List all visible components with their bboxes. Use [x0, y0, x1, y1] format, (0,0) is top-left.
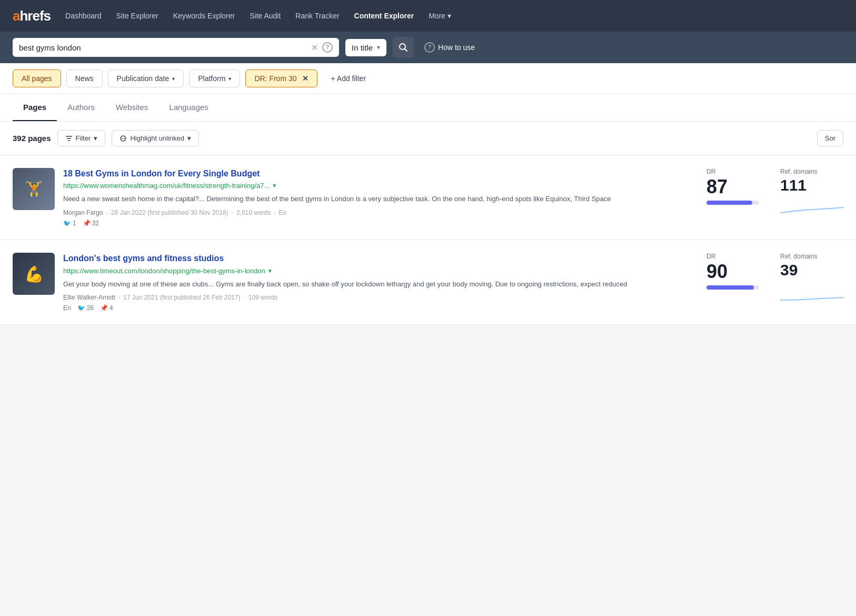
result-main: 18 Best Gyms in London for Every Single … — [63, 168, 698, 227]
chevron-down-icon: ▾ — [447, 12, 451, 20]
platform-filter[interactable]: Platform ▾ — [189, 69, 240, 87]
dr-label: DR — [706, 168, 715, 175]
twitter-icon: 🐦 — [63, 220, 71, 227]
result-words: 2,610 words — [236, 209, 271, 216]
how-to-use-link[interactable]: ? How to use — [424, 42, 475, 53]
result-description: Get your body moving at one of these ace… — [63, 279, 698, 290]
tab-authors[interactable]: Authors — [57, 94, 105, 121]
chevron-down-icon: ▾ — [172, 76, 175, 82]
language-badge: En — [63, 304, 71, 312]
remove-dr-filter-button[interactable]: ✕ — [302, 74, 308, 83]
ref-domains-chart — [780, 197, 843, 218]
pinterest-count: 📌 32 — [83, 220, 99, 227]
chevron-down-icon: ▾ — [94, 134, 97, 142]
dr-stat: DR 87 — [706, 168, 759, 218]
nav-site-audit[interactable]: Site Audit — [250, 12, 281, 20]
result-social: 🐦 1 📌 32 — [63, 220, 698, 227]
nav-content-explorer[interactable]: Content Explorer — [354, 12, 414, 20]
ref-domains-chart — [780, 282, 843, 303]
tab-languages[interactable]: Languages — [158, 94, 218, 121]
ref-domains-stat: Ref. domains 111 — [780, 168, 843, 218]
dr-stat: DR 90 — [706, 253, 759, 303]
result-title[interactable]: 18 Best Gyms in London for Every Single … — [63, 168, 698, 180]
pinterest-count: 📌 4 — [100, 304, 113, 312]
result-thumbnail: 🏋️ — [13, 168, 55, 210]
nav-rank-tracker[interactable]: Rank Tracker — [295, 12, 339, 20]
dr-bar — [706, 201, 752, 205]
result-url[interactable]: https://www.timeout.com/london/shopping/… — [63, 267, 698, 275]
result-language: En — [279, 209, 287, 216]
nav-dashboard[interactable]: Dashboard — [65, 12, 102, 20]
logo[interactable]: ahrefs — [13, 8, 51, 24]
filters-bar: All pages News Publication date ▾ Platfo… — [0, 63, 856, 94]
ref-domains-label: Ref. domains — [780, 253, 818, 260]
url-arrow-icon: ▼ — [267, 268, 273, 274]
add-filter-button[interactable]: + Add filter — [323, 70, 375, 87]
logo-a: a — [13, 8, 19, 24]
result-stats: DR 87 Ref. domains 111 — [706, 168, 843, 218]
twitter-icon: 🐦 — [77, 304, 85, 312]
result-social: En 🐦 26 📌 4 — [63, 304, 698, 312]
twitter-count: 🐦 1 — [63, 220, 76, 227]
nav-more[interactable]: More ▾ — [429, 12, 451, 20]
main-content: Pages Authors Websites Languages 392 pag… — [0, 94, 856, 325]
tab-websites[interactable]: Websites — [105, 94, 158, 121]
filter-icon — [65, 135, 73, 142]
nav-keywords-explorer[interactable]: Keywords Explorer — [173, 12, 235, 20]
help-icon: ? — [424, 42, 435, 53]
pinterest-icon: 📌 — [100, 304, 108, 312]
result-title[interactable]: London's best gyms and fitness studios — [63, 253, 698, 264]
clear-search-button[interactable]: ✕ — [311, 43, 318, 53]
ref-domains-value: 39 — [780, 261, 798, 279]
dr-label: DR — [706, 253, 715, 260]
results-header: 392 pages Filter ▾ Highlight unlinked ▾ … — [0, 122, 856, 155]
logo-hrefs: hrefs — [19, 8, 51, 24]
sort-button[interactable]: Sor — [817, 130, 843, 146]
dr-bar-wrapper — [706, 201, 759, 205]
ref-domains-label: Ref. domains — [780, 168, 818, 175]
search-help-icon[interactable]: ? — [322, 42, 333, 53]
result-description: Need a new sweat sesh home in the capita… — [63, 194, 698, 205]
ref-domains-value: 111 — [780, 176, 807, 194]
result-date: 28 Jan 2022 (first published 30 Nov 2018… — [111, 209, 228, 216]
filter-button[interactable]: Filter ▾ — [57, 130, 106, 146]
dr-bar-wrapper — [706, 285, 759, 290]
result-url[interactable]: https://www.womenshealthmag.com/uk/fitne… — [63, 182, 698, 190]
dr-value: 87 — [706, 176, 728, 197]
result-thumbnail: 💪 — [13, 253, 55, 295]
chevron-down-icon: ▾ — [187, 134, 191, 142]
url-arrow-icon: ▼ — [272, 183, 277, 188]
results-count: 392 pages — [13, 134, 51, 143]
pinterest-icon: 📌 — [83, 220, 91, 227]
tabs: Pages Authors Websites Languages — [0, 94, 856, 122]
chevron-down-icon: ▾ — [228, 76, 231, 82]
result-author: Ellie Walker-Arnott — [63, 294, 115, 301]
search-input-wrapper: ✕ ? — [13, 38, 339, 57]
list-item: 🏋️ 18 Best Gyms in London for Every Sing… — [0, 155, 856, 240]
highlight-icon — [120, 135, 127, 142]
search-input[interactable] — [19, 43, 307, 52]
list-item: 💪 London's best gyms and fitness studios… — [0, 240, 856, 325]
result-words: 109 words — [248, 294, 277, 301]
result-stats: DR 90 Ref. domains 39 — [706, 253, 843, 303]
svg-point-5 — [121, 136, 126, 141]
result-meta: Morgan Fargo · 28 Jan 2022 (first publis… — [63, 209, 698, 216]
search-type-dropdown[interactable]: In title ▾ — [345, 39, 386, 56]
twitter-count: 🐦 26 — [77, 304, 94, 312]
result-main: London's best gyms and fitness studios h… — [63, 253, 698, 312]
result-author: Morgan Fargo — [63, 209, 103, 216]
dr-filter[interactable]: DR: From 30 ✕ — [245, 69, 317, 87]
result-date: 17 Jun 2021 (first published 26 Feb 2017… — [123, 294, 240, 301]
tab-pages[interactable]: Pages — [13, 94, 57, 121]
search-button[interactable] — [393, 37, 414, 58]
all-pages-filter[interactable]: All pages — [13, 69, 61, 87]
nav-site-explorer[interactable]: Site Explorer — [116, 12, 158, 20]
ref-domains-stat: Ref. domains 39 — [780, 253, 843, 303]
chevron-down-icon: ▾ — [377, 44, 380, 51]
news-filter[interactable]: News — [66, 69, 103, 87]
publication-date-filter[interactable]: Publication date ▾ — [108, 69, 184, 87]
highlight-unlinked-button[interactable]: Highlight unlinked ▾ — [112, 130, 199, 146]
dr-bar — [706, 285, 754, 290]
search-bar: ✕ ? In title ▾ ? How to use — [0, 32, 856, 63]
navbar: ahrefs Dashboard Site Explorer Keywords … — [0, 0, 856, 32]
